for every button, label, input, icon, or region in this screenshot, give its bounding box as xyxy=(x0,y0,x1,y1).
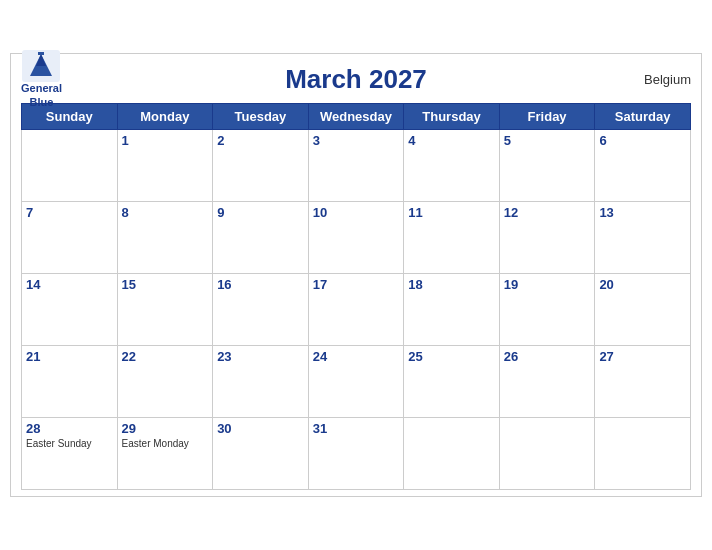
calendar-cell: 7 xyxy=(22,202,118,274)
calendar-cell: 31 xyxy=(308,418,404,490)
calendar-cell: 30 xyxy=(213,418,309,490)
weekday-header-row: Sunday Monday Tuesday Wednesday Thursday… xyxy=(22,104,691,130)
calendar-cell: 1 xyxy=(117,130,213,202)
calendar-cell: 29Easter Monday xyxy=(117,418,213,490)
day-number: 16 xyxy=(217,277,304,292)
day-number: 18 xyxy=(408,277,495,292)
calendar-cell: 2 xyxy=(213,130,309,202)
calendar-cell: 6 xyxy=(595,130,691,202)
calendar-cell: 5 xyxy=(499,130,595,202)
calendar-cell: 12 xyxy=(499,202,595,274)
day-number: 5 xyxy=(504,133,591,148)
day-number: 19 xyxy=(504,277,591,292)
day-number: 21 xyxy=(26,349,113,364)
svg-rect-3 xyxy=(38,52,44,55)
calendar-cell xyxy=(595,418,691,490)
calendar-container: General Blue March 2027 Belgium Sunday M… xyxy=(10,53,702,497)
day-number: 4 xyxy=(408,133,495,148)
day-number: 28 xyxy=(26,421,113,436)
day-number: 27 xyxy=(599,349,686,364)
calendar-cell: 3 xyxy=(308,130,404,202)
day-number: 25 xyxy=(408,349,495,364)
logo-line2: Blue xyxy=(30,96,54,109)
calendar-grid: Sunday Monday Tuesday Wednesday Thursday… xyxy=(21,103,691,490)
header-wednesday: Wednesday xyxy=(308,104,404,130)
week-row-3: 14151617181920 xyxy=(22,274,691,346)
week-row-5: 28Easter Sunday29Easter Monday3031 xyxy=(22,418,691,490)
day-number: 20 xyxy=(599,277,686,292)
header-friday: Friday xyxy=(499,104,595,130)
day-number: 22 xyxy=(122,349,209,364)
calendar-cell: 20 xyxy=(595,274,691,346)
calendar-cell xyxy=(404,418,500,490)
header-thursday: Thursday xyxy=(404,104,500,130)
calendar-cell: 14 xyxy=(22,274,118,346)
week-row-1: 123456 xyxy=(22,130,691,202)
day-number: 17 xyxy=(313,277,400,292)
header-saturday: Saturday xyxy=(595,104,691,130)
day-number: 24 xyxy=(313,349,400,364)
day-number: 9 xyxy=(217,205,304,220)
day-number: 6 xyxy=(599,133,686,148)
calendar-cell: 4 xyxy=(404,130,500,202)
calendar-cell: 26 xyxy=(499,346,595,418)
day-number: 10 xyxy=(313,205,400,220)
calendar-cell xyxy=(499,418,595,490)
calendar-cell: 27 xyxy=(595,346,691,418)
calendar-cell: 8 xyxy=(117,202,213,274)
calendar-cell: 23 xyxy=(213,346,309,418)
calendar-cell: 25 xyxy=(404,346,500,418)
logo-line1: General xyxy=(21,82,62,95)
day-number: 26 xyxy=(504,349,591,364)
day-number: 23 xyxy=(217,349,304,364)
calendar-cell: 28Easter Sunday xyxy=(22,418,118,490)
calendar-cell: 15 xyxy=(117,274,213,346)
calendar-cell: 24 xyxy=(308,346,404,418)
calendar-cell: 17 xyxy=(308,274,404,346)
header-monday: Monday xyxy=(117,104,213,130)
calendar-cell: 16 xyxy=(213,274,309,346)
day-number: 11 xyxy=(408,205,495,220)
calendar-cell: 18 xyxy=(404,274,500,346)
day-number: 1 xyxy=(122,133,209,148)
day-number: 31 xyxy=(313,421,400,436)
day-number: 8 xyxy=(122,205,209,220)
week-row-4: 21222324252627 xyxy=(22,346,691,418)
day-number: 15 xyxy=(122,277,209,292)
calendar-cell: 9 xyxy=(213,202,309,274)
week-row-2: 78910111213 xyxy=(22,202,691,274)
country-label: Belgium xyxy=(644,72,691,87)
holiday-label: Easter Monday xyxy=(122,438,209,449)
day-number: 29 xyxy=(122,421,209,436)
day-number: 30 xyxy=(217,421,304,436)
calendar-cell xyxy=(22,130,118,202)
generalblue-logo: General Blue xyxy=(21,50,62,108)
day-number: 7 xyxy=(26,205,113,220)
day-number: 3 xyxy=(313,133,400,148)
calendar-cell: 21 xyxy=(22,346,118,418)
calendar-cell: 19 xyxy=(499,274,595,346)
calendar-title: March 2027 xyxy=(285,64,427,95)
calendar-cell: 13 xyxy=(595,202,691,274)
calendar-cell: 22 xyxy=(117,346,213,418)
day-number: 14 xyxy=(26,277,113,292)
header-tuesday: Tuesday xyxy=(213,104,309,130)
day-number: 2 xyxy=(217,133,304,148)
holiday-label: Easter Sunday xyxy=(26,438,113,449)
day-number: 13 xyxy=(599,205,686,220)
calendar-cell: 11 xyxy=(404,202,500,274)
calendar-cell: 10 xyxy=(308,202,404,274)
day-number: 12 xyxy=(504,205,591,220)
calendar-header: General Blue March 2027 Belgium xyxy=(21,64,691,95)
